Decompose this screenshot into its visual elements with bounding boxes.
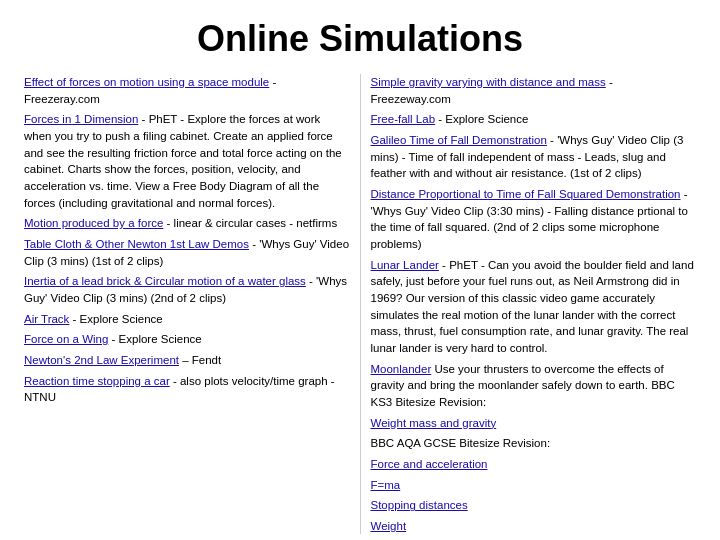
list-item: Effect of forces on motion using a space… [24, 74, 350, 107]
resource-link[interactable]: F=ma [371, 479, 401, 491]
list-item: Lunar Lander - PhET - Can you avoid the … [371, 257, 697, 357]
list-item: Reaction time stopping a car - also plot… [24, 373, 350, 406]
page-title: Online Simulations [0, 0, 720, 74]
list-item: Inertia of a lead brick & Circular motio… [24, 273, 350, 306]
list-item: Force and acceleration [371, 456, 697, 473]
resource-link[interactable]: Lunar Lander [371, 259, 439, 271]
resource-link[interactable]: Table Cloth & Other Newton 1st Law Demos [24, 238, 249, 250]
list-item: Free-fall Lab - Explore Science [371, 111, 697, 128]
resource-link[interactable]: Effect of forces on motion using a space… [24, 76, 269, 88]
resource-link[interactable]: Forces in 1 Dimension [24, 113, 138, 125]
resource-link[interactable]: Galileo Time of Fall Demonstration [371, 134, 547, 146]
resource-link[interactable]: Force and acceleration [371, 458, 488, 470]
list-item: Galileo Time of Fall Demonstration - 'Wh… [371, 132, 697, 182]
list-item: Forces in 1 Dimension - PhET - Explore t… [24, 111, 350, 211]
list-item: BBC AQA GCSE Bitesize Revision: [371, 435, 697, 452]
list-item: Weight mass and gravity [371, 415, 697, 432]
right-column: Simple gravity varying with distance and… [361, 74, 697, 534]
list-item: Moonlander Use your thrusters to overcom… [371, 361, 697, 411]
resource-link[interactable]: Moonlander [371, 363, 432, 375]
resource-link[interactable]: Inertia of a lead brick & Circular motio… [24, 275, 306, 287]
list-item: Air Track - Explore Science [24, 311, 350, 328]
resource-link[interactable]: Motion produced by a force [24, 217, 163, 229]
list-item: Weight [371, 518, 697, 535]
list-item: Stopping distances [371, 497, 697, 514]
resource-link[interactable]: Weight mass and gravity [371, 417, 497, 429]
main-content: Effect of forces on motion using a space… [0, 74, 720, 534]
left-column: Effect of forces on motion using a space… [24, 74, 361, 534]
list-item: Newton's 2nd Law Experiment – Fendt [24, 352, 350, 369]
list-item: F=ma [371, 477, 697, 494]
resource-link[interactable]: Air Track [24, 313, 69, 325]
resource-link[interactable]: Weight [371, 520, 407, 532]
list-item: Table Cloth & Other Newton 1st Law Demos… [24, 236, 350, 269]
list-item: Simple gravity varying with distance and… [371, 74, 697, 107]
list-item: Force on a Wing - Explore Science [24, 331, 350, 348]
list-item: Motion produced by a force - linear & ci… [24, 215, 350, 232]
resource-link[interactable]: Simple gravity varying with distance and… [371, 76, 606, 88]
resource-link[interactable]: Stopping distances [371, 499, 468, 511]
resource-link[interactable]: Free-fall Lab [371, 113, 436, 125]
resource-link[interactable]: Force on a Wing [24, 333, 108, 345]
resource-link[interactable]: Distance Proportional to Time of Fall Sq… [371, 188, 681, 200]
resource-link[interactable]: Reaction time stopping a car [24, 375, 170, 387]
list-item: Distance Proportional to Time of Fall Sq… [371, 186, 697, 253]
resource-link[interactable]: Newton's 2nd Law Experiment [24, 354, 179, 366]
